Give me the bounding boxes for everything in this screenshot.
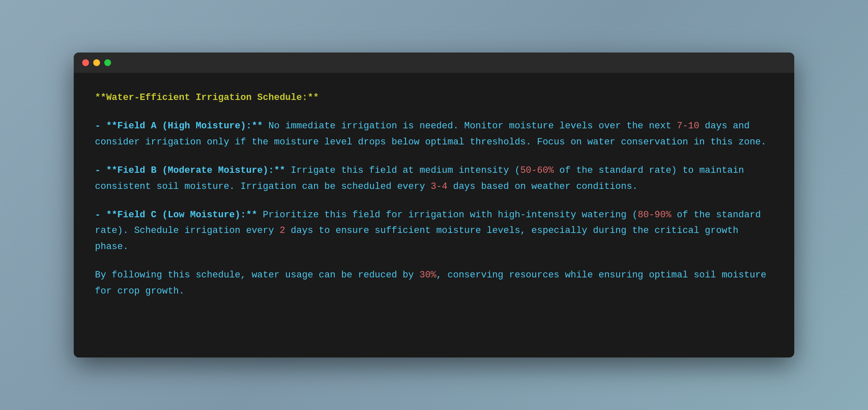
field-a-highlight1: 7-10 — [677, 121, 699, 131]
summary-highlight: 30% — [420, 270, 437, 280]
field-b-highlight1: 50-60% — [520, 165, 554, 176]
summary-text-before: By following this schedule, water usage … — [95, 270, 420, 280]
field-b-section: - **Field B (Moderate Moisture):** Irrig… — [95, 163, 773, 194]
field-c-highlight2: 2 — [280, 225, 285, 236]
terminal-window: **Water-Efficient Irrigation Schedule:**… — [74, 53, 794, 357]
maximize-button[interactable] — [104, 59, 111, 66]
field-b-text-before: Irrigate this field at medium intensity … — [285, 165, 520, 176]
field-b-label: - **Field B (Moderate Moisture):** — [95, 165, 285, 176]
field-b-highlight2: 3-4 — [431, 181, 448, 192]
terminal-content: **Water-Efficient Irrigation Schedule:**… — [74, 73, 794, 316]
field-c-text: - **Field C (Low Moisture):** Prioritize… — [95, 207, 773, 255]
field-b-text-end: days based on weather conditions. — [448, 181, 638, 192]
close-button[interactable] — [82, 59, 89, 66]
minimize-button[interactable] — [93, 59, 100, 66]
title-bar — [74, 53, 794, 73]
field-a-text-before: No immediate irrigation is needed. Monit… — [263, 121, 677, 131]
field-c-label: - **Field C (Low Moisture):** — [95, 210, 257, 220]
field-a-label: - **Field A (High Moisture):** — [95, 121, 263, 131]
title-text: **Water-Efficient Irrigation Schedule:** — [95, 92, 319, 103]
field-a-section: - **Field A (High Moisture):** No immedi… — [95, 118, 773, 150]
terminal-title: **Water-Efficient Irrigation Schedule:** — [95, 90, 773, 105]
field-c-section: - **Field C (Low Moisture):** Prioritize… — [95, 207, 773, 255]
field-a-text: - **Field A (High Moisture):** No immedi… — [95, 118, 773, 150]
field-b-text: - **Field B (Moderate Moisture):** Irrig… — [95, 163, 773, 194]
field-c-text-before: Prioritize this field for irrigation wit… — [257, 210, 638, 220]
summary-section: By following this schedule, water usage … — [95, 267, 773, 299]
field-c-highlight1: 80-90% — [638, 210, 671, 220]
